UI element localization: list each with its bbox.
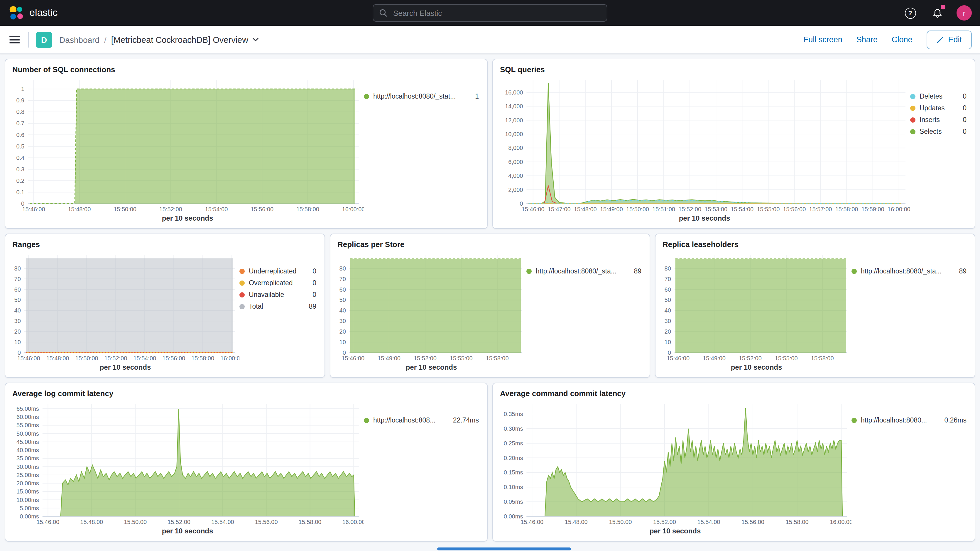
legend-item[interactable]: http://localhost:8080/_sta...89 — [851, 268, 967, 275]
bell-icon — [932, 8, 942, 18]
legend-label: Unavailable — [249, 291, 284, 298]
chart-ranges[interactable]: 15:46:0015:48:0015:50:0015:52:0015:54:00… — [11, 250, 239, 363]
panel-title[interactable]: Number of SQL connections — [12, 65, 481, 74]
legend-value: 89 — [628, 268, 641, 275]
legend-item[interactable]: Deletes0 — [910, 93, 967, 100]
svg-text:12,000: 12,000 — [505, 117, 523, 124]
svg-text:80: 80 — [14, 265, 21, 272]
legend-value: 0 — [307, 291, 316, 298]
svg-text:50: 50 — [339, 297, 346, 303]
legend-item[interactable]: http://localhost:808...22.74ms — [364, 417, 479, 424]
breadcrumb-dashboard[interactable]: Dashboard — [59, 35, 99, 44]
dashboard-grid: Number of SQL connections 15:46:0015:48:… — [0, 54, 980, 546]
svg-text:30: 30 — [665, 318, 671, 324]
svg-text:15:50:00: 15:50:00 — [113, 206, 137, 212]
svg-text:65.00ms: 65.00ms — [16, 406, 39, 412]
legend-item[interactable]: http://localhost:8080/_stat...1 — [364, 93, 479, 100]
svg-text:0.20ms: 0.20ms — [504, 455, 523, 461]
svg-text:15:48:00: 15:48:00 — [574, 206, 597, 212]
svg-text:5.00ms: 5.00ms — [20, 505, 39, 511]
dashboard-toolbar: D Dashboard / [Metricbeat CockroachDB] O… — [0, 26, 980, 54]
x-axis-label: per 10 seconds — [11, 213, 364, 224]
share-button[interactable]: Share — [856, 35, 878, 44]
svg-text:15:50:00: 15:50:00 — [124, 519, 147, 525]
chart-average-log-commit-latency[interactable]: 15:46:0015:48:0015:50:0015:52:0015:54:00… — [11, 399, 364, 526]
chart-legend: http://localhost:8080/_sta...89 — [527, 250, 644, 373]
clone-button[interactable]: Clone — [892, 35, 913, 44]
svg-text:15:48:00: 15:48:00 — [80, 519, 103, 525]
legend-item[interactable]: Selects0 — [910, 128, 967, 135]
chart-replica-leaseholders[interactable]: 15:46:0015:49:0015:52:0015:55:0015:58:00… — [661, 250, 851, 363]
search-input[interactable] — [392, 8, 601, 18]
legend-item[interactable]: Updates0 — [910, 104, 967, 111]
chart-average-command-commit-latency[interactable]: 15:46:0015:48:0015:50:0015:52:0015:54:00… — [499, 399, 851, 526]
page-title[interactable]: [Metricbeat CockroachDB] Overview — [111, 35, 259, 44]
svg-text:15:54:00: 15:54:00 — [205, 206, 228, 212]
svg-text:16:00:00: 16:00:00 — [220, 355, 239, 361]
panel-title[interactable]: SQL queries — [500, 65, 969, 74]
search-icon — [379, 9, 387, 17]
svg-text:20: 20 — [14, 328, 21, 335]
panel-title[interactable]: Average log commit latency — [12, 389, 481, 398]
legend-value: 89 — [303, 303, 316, 310]
legend-item[interactable]: http://localhost:8080...0.26ms — [851, 417, 967, 424]
chart-replicas-per-store[interactable]: 15:46:0015:49:0015:52:0015:55:0015:58:00… — [336, 250, 527, 363]
svg-text:60: 60 — [665, 287, 671, 293]
panel-title[interactable]: Ranges — [12, 240, 319, 249]
svg-text:15:50:00: 15:50:00 — [75, 355, 98, 361]
legend-item[interactable]: Underreplicated0 — [239, 268, 316, 275]
legend-color-dot — [910, 129, 915, 134]
chart-number-of-sql-connections[interactable]: 15:46:0015:48:0015:50:0015:52:0015:54:00… — [11, 75, 364, 213]
svg-text:15:52:00: 15:52:00 — [167, 519, 191, 525]
legend-color-dot — [910, 117, 915, 123]
legend-label: http://localhost:808... — [373, 417, 436, 424]
menu-button[interactable] — [8, 33, 21, 46]
chart-sql-queries[interactable]: 15:46:0015:47:0015:48:0015:49:0015:50:00… — [499, 75, 910, 213]
svg-text:15:58:00: 15:58:00 — [296, 206, 319, 212]
legend-item[interactable]: http://localhost:8080/_sta...89 — [527, 268, 641, 275]
svg-text:14,000: 14,000 — [505, 103, 523, 110]
panel-title[interactable]: Average command commit latency — [500, 389, 969, 398]
svg-text:15:58:00: 15:58:00 — [191, 355, 214, 361]
svg-text:15:58:00: 15:58:00 — [786, 519, 809, 525]
legend-color-dot — [910, 94, 915, 99]
svg-text:20.00ms: 20.00ms — [16, 480, 39, 486]
dashboard-app-badge[interactable]: D — [36, 32, 52, 48]
svg-text:50.00ms: 50.00ms — [16, 430, 39, 437]
svg-text:16,000: 16,000 — [505, 89, 523, 96]
notifications-button[interactable] — [929, 5, 945, 21]
legend-value: 1 — [469, 93, 479, 100]
svg-text:15:46:00: 15:46:00 — [667, 355, 689, 361]
full-screen-button[interactable]: Full screen — [803, 35, 842, 44]
svg-text:15:48:00: 15:48:00 — [46, 355, 69, 361]
svg-text:15:52:00: 15:52:00 — [414, 355, 437, 361]
legend-color-dot — [851, 417, 857, 423]
legend-color-dot — [910, 105, 915, 111]
user-avatar[interactable]: r — [956, 5, 972, 21]
legend-item[interactable]: Total89 — [239, 303, 316, 310]
horizontal-scrollbar-thumb[interactable] — [437, 548, 571, 550]
svg-text:50: 50 — [14, 297, 21, 303]
panel-title[interactable]: Replicas per Store — [337, 240, 644, 249]
svg-text:10,000: 10,000 — [505, 131, 523, 137]
svg-text:0.9: 0.9 — [16, 97, 24, 104]
svg-text:15:49:00: 15:49:00 — [378, 355, 401, 361]
x-axis-label: per 10 seconds — [11, 363, 239, 373]
edit-button[interactable]: Edit — [926, 30, 972, 49]
legend-item[interactable]: Unavailable0 — [239, 291, 316, 298]
help-button[interactable]: ? — [902, 5, 918, 21]
chart-legend: Deletes0Updates0Inserts0Selects0 — [910, 75, 969, 224]
panel-replica-leaseholders: Replica leaseholders 15:46:0015:49:0015:… — [655, 234, 975, 378]
legend-item[interactable]: Inserts0 — [910, 116, 967, 123]
svg-text:15:52:00: 15:52:00 — [678, 206, 701, 212]
svg-text:0.30ms: 0.30ms — [504, 425, 523, 432]
svg-text:4,000: 4,000 — [508, 172, 523, 179]
elastic-brand[interactable]: elastic — [8, 5, 57, 21]
toolbar-actions: Full screen Share Clone Edit — [803, 30, 972, 49]
panel-title[interactable]: Replica leaseholders — [662, 240, 969, 249]
global-search[interactable] — [372, 4, 608, 22]
svg-text:15:46:00: 15:46:00 — [520, 519, 543, 525]
svg-text:15:52:00: 15:52:00 — [653, 519, 676, 525]
svg-text:0.5: 0.5 — [16, 143, 24, 150]
legend-item[interactable]: Overreplicated0 — [239, 279, 316, 287]
